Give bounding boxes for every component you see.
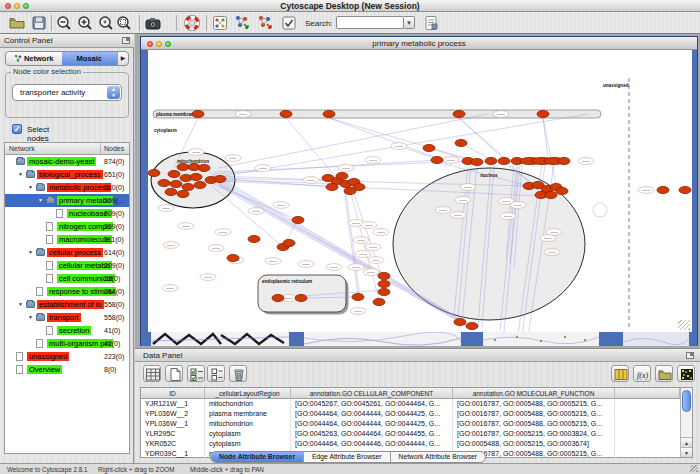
- network-node[interactable]: [338, 165, 354, 172]
- network-node[interactable]: [265, 258, 281, 265]
- tree-row[interactable]: ▼transport558(0): [5, 311, 130, 324]
- expand-arrow-icon[interactable]: ▼: [38, 197, 43, 203]
- network-node-selected[interactable]: [158, 179, 170, 186]
- open-file-icon[interactable]: [8, 14, 26, 32]
- network-node-selected[interactable]: [170, 180, 182, 187]
- tab-mosaic[interactable]: Mosaic: [62, 52, 118, 65]
- network-node-selected[interactable]: [272, 294, 284, 301]
- network-node[interactable]: [353, 237, 369, 244]
- node-color-dropdown[interactable]: transporter activity ▲▼: [12, 84, 122, 101]
- expand-arrow-icon[interactable]: ▼: [18, 171, 23, 177]
- new-attribute-icon[interactable]: [165, 365, 183, 382]
- zoom-in-icon[interactable]: [76, 14, 94, 32]
- network-node-selected[interactable]: [471, 158, 483, 165]
- table-row[interactable]: YLR295Ccytoplasm[GO:0045263, GO:0044464,…: [141, 429, 680, 439]
- network-node[interactable]: [365, 244, 381, 251]
- network-node-selected[interactable]: [214, 175, 226, 182]
- search-dropdown-icon[interactable]: ▼: [404, 16, 415, 29]
- network-node-selected[interactable]: [352, 293, 364, 300]
- tree-row[interactable]: macromolecule311(0): [5, 233, 130, 246]
- network-node[interactable]: [225, 155, 241, 162]
- network-node-selected[interactable]: [192, 110, 204, 117]
- network-node[interactable]: [493, 111, 509, 118]
- network-node-selected[interactable]: [453, 110, 465, 117]
- network-node[interactable]: [540, 235, 556, 242]
- network-node-selected[interactable]: [323, 110, 335, 117]
- network-node[interactable]: [163, 242, 179, 249]
- network-node-selected[interactable]: [556, 187, 568, 194]
- network-node-selected[interactable]: [182, 183, 194, 190]
- network-node[interactable]: [500, 213, 516, 220]
- network-node-selected[interactable]: [485, 157, 497, 164]
- network-node-selected[interactable]: [283, 239, 295, 246]
- heatmap-matrix-icon[interactable]: [677, 365, 695, 382]
- expand-arrow-icon[interactable]: ▼: [18, 301, 23, 307]
- table-row[interactable]: YKR052Ccytoplasm[GO:0044464, GO:0044446,…: [141, 439, 680, 449]
- network-node[interactable]: [498, 198, 514, 205]
- zoom-fit-icon[interactable]: [115, 14, 133, 32]
- tree-row[interactable]: cell communicat22(0): [5, 272, 130, 285]
- network-canvas-wrap[interactable]: plasma membranecytoplasmmitochondrionnuc…: [148, 50, 692, 332]
- import-attributes-folder-icon[interactable]: [655, 365, 673, 382]
- network-node-selected[interactable]: [177, 163, 189, 170]
- table-column-header[interactable]: [615, 388, 680, 399]
- apply-layout-blue-icon[interactable]: [233, 14, 251, 32]
- tree-row[interactable]: ▼cellular process614(0): [5, 246, 130, 259]
- tree-row[interactable]: ▼establishment of lo558(0): [5, 298, 130, 311]
- network-node-selected[interactable]: [431, 156, 443, 163]
- network-node[interactable]: [200, 274, 216, 281]
- tab-edge-attribute-browser[interactable]: Edge Attribute Browser: [304, 452, 391, 462]
- panel-columns-icon[interactable]: [611, 365, 629, 382]
- table-column-header[interactable]: _cellularLayoutRegion: [205, 388, 291, 399]
- network-node[interactable]: [235, 111, 251, 118]
- network-node[interactable]: [638, 187, 654, 194]
- zoom-out-icon[interactable]: [55, 14, 73, 32]
- more-tabs-arrow-icon[interactable]: ▶: [117, 52, 128, 65]
- vizmapper-icon[interactable]: [280, 14, 298, 32]
- network-node[interactable]: [544, 249, 560, 256]
- tree-row[interactable]: mosaic-demo-yeast874(0): [5, 155, 130, 168]
- unselect-attributes-icon[interactable]: [207, 365, 225, 382]
- network-node-selected[interactable]: [344, 187, 356, 194]
- network-node[interactable]: [208, 245, 224, 252]
- network-node[interactable]: [255, 165, 271, 172]
- network-node-selected[interactable]: [168, 170, 180, 177]
- table-row[interactable]: YPL036W__2plasma membrane[GO:0044464, GO…: [141, 409, 680, 419]
- network-node-selected[interactable]: [326, 183, 338, 190]
- network-node-selected[interactable]: [295, 294, 307, 301]
- snapshot-camera-icon[interactable]: [144, 14, 162, 32]
- network-node[interactable]: [355, 251, 371, 258]
- network-node-selected[interactable]: [177, 190, 189, 197]
- tree-row[interactable]: ▼primary metabo209(...: [5, 194, 130, 207]
- tab-node-attribute-browser[interactable]: Node Attribute Browser: [211, 452, 304, 462]
- network-node[interactable]: [450, 212, 466, 219]
- network-node-selected[interactable]: [679, 186, 691, 193]
- scroll-down-icon[interactable]: ▼: [681, 447, 692, 457]
- table-row[interactable]: YJR121W__1mitochondrion[GO:0045267, GO:0…: [141, 399, 680, 409]
- network-node[interactable]: [326, 264, 342, 271]
- tree-row[interactable]: nitrogen compo209(0): [5, 220, 130, 233]
- function-builder-icon[interactable]: f(x): [633, 365, 651, 382]
- zoom-selected-icon[interactable]: [97, 14, 115, 32]
- network-node[interactable]: [178, 223, 194, 230]
- network-node-selected[interactable]: [558, 157, 570, 164]
- tree-row[interactable]: ▼biological_process651(0): [5, 168, 130, 181]
- float-panel-icon[interactable]: [686, 352, 694, 359]
- float-panel-icon[interactable]: [122, 37, 130, 44]
- tree-row[interactable]: cellular metabo209(0): [5, 259, 130, 272]
- network-node-selected[interactable]: [190, 173, 202, 180]
- tree-row[interactable]: multi-organism pro42(0): [5, 337, 130, 350]
- network-node-selected[interactable]: [194, 181, 206, 188]
- network-node[interactable]: [350, 308, 366, 315]
- network-node[interactable]: [365, 157, 381, 164]
- network-node-selected[interactable]: [378, 288, 390, 295]
- network-node[interactable]: [162, 285, 178, 292]
- network-node[interactable]: [578, 158, 594, 165]
- tree-row[interactable]: secretion41(0): [5, 324, 130, 337]
- network-node[interactable]: [273, 202, 289, 209]
- network-node-selected[interactable]: [537, 110, 549, 117]
- network-node-selected[interactable]: [248, 235, 260, 242]
- network-node-selected[interactable]: [657, 186, 669, 193]
- network-node[interactable]: [368, 257, 384, 264]
- table-scrollbar[interactable]: ▲ ▼: [680, 388, 692, 457]
